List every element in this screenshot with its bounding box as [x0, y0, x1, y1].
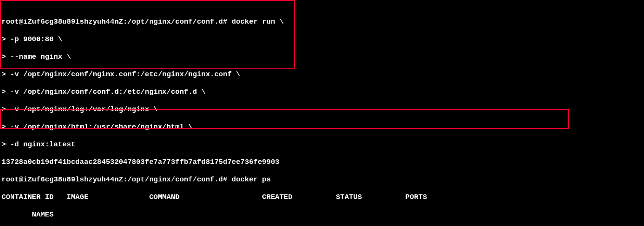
- cmd-line: root@iZuf6cg38u89lshzyuh44nZ:/opt/nginx/…: [2, 18, 284, 26]
- cmd-line: > -v /opt/nginx/log:/var/log/nginx \: [2, 105, 158, 114]
- cmd-line: > -v /opt/nginx/conf/conf.d:/etc/nginx/c…: [2, 88, 206, 96]
- cmd-line: > -v /opt/nginx/conf/nginx.conf:/etc/ngi…: [2, 70, 240, 79]
- table-header2: NAMES: [2, 210, 54, 219]
- cmd-line: > -p 9000:80 \: [2, 35, 62, 43]
- container-hash: 13728a0cb19df41bcdaac284532047803fe7a773…: [2, 158, 280, 166]
- cmd-line: > -v /opt/nginx/html:/usr/share/nginx/ht…: [2, 123, 193, 131]
- cmd-line: > -d nginx:latest: [2, 140, 75, 149]
- cmd-line: > --name nginx \: [2, 53, 71, 61]
- table-header: CONTAINER ID IMAGE COMMAND CREATED STATU…: [2, 193, 427, 201]
- prompt-line: root@iZuf6cg38u89lshzyuh44nZ:/opt/nginx/…: [2, 175, 271, 184]
- terminal[interactable]: root@iZuf6cg38u89lshzyuh44nZ:/opt/nginx/…: [0, 0, 644, 226]
